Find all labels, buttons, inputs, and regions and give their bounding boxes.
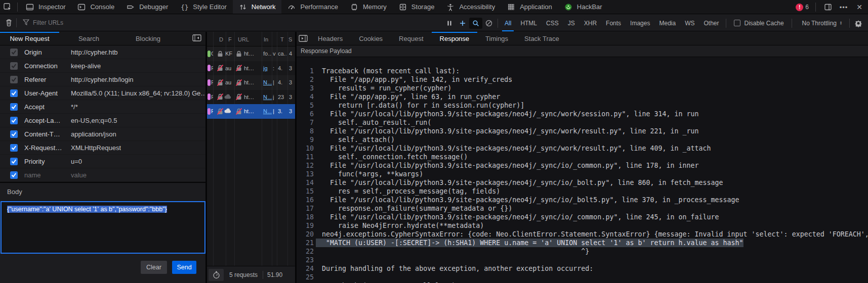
header-value[interactable]: keep-alive [71,62,101,70]
type-filter-html[interactable]: HTML [516,15,542,31]
details-tab-response[interactable]: Response [432,32,478,45]
header-name[interactable]: X-Request… [24,144,71,152]
element-picker-button[interactable] [0,0,15,14]
split-console-button[interactable] [822,2,834,13]
devtools-tab-console[interactable]: Console [71,0,120,14]
line-text: "MATCH (u:USER) -[:SECRET]-> (h:SHA1) WH… [316,239,743,247]
request-row[interactable]: POSTht…N…j233 [207,90,296,105]
type-filter-xhr[interactable]: XHR [580,15,601,31]
request-editor-tab-blocking[interactable]: Blocking [118,32,178,45]
collapse-panel-button[interactable] [192,34,201,43]
type-filter-all[interactable]: All [500,15,516,31]
line-text: results = run_cypher(cypher) [322,84,451,92]
details-tab-request[interactable]: Request [391,32,431,45]
header-checkbox[interactable] [10,76,18,83]
header-value[interactable]: http://cypher.htb/login [71,76,134,83]
header-checkbox[interactable] [10,130,18,138]
search-button[interactable] [469,18,482,29]
column-header-t[interactable]: T [280,32,284,46]
error-count-badge[interactable]: ! 6 [796,4,809,11]
header-checkbox[interactable] [10,158,18,165]
header-checkbox[interactable] [10,103,18,111]
column-header-in[interactable]: In [264,32,268,46]
column-header-d[interactable]: D [219,32,223,46]
header-value[interactable]: u=0 [71,158,82,165]
send-button[interactable]: Send [172,261,196,274]
header-checkbox[interactable] [10,62,18,70]
devtools-tab-performance[interactable]: Performance [281,0,344,14]
header-checkbox[interactable] [10,49,18,56]
type-cell: : [273,61,276,76]
header-value[interactable]: */* [71,103,78,111]
header-name[interactable]: Connection [24,62,71,70]
devtools-tab-hackbar[interactable]: HackBar [558,0,608,14]
response-line-5: 5 return [r.data() for r in session.run(… [297,101,868,110]
response-payload-header[interactable]: Response Payload [297,45,868,57]
header-name[interactable]: Priority [24,158,71,165]
request-editor-tab-new-request[interactable]: New Request [0,32,59,45]
request-row[interactable]: POSTauht…N…|4.3 [207,75,296,90]
header-value[interactable]: value [71,171,87,179]
request-editor-tabs: New RequestSearchBlocking [0,32,205,45]
type-filter-fonts[interactable]: Fonts [601,15,626,31]
request-editor-tab-search[interactable]: Search [59,32,118,45]
header-name[interactable]: Origin [24,49,71,56]
type-filter-media[interactable]: Media [654,15,680,31]
header-checkbox[interactable] [10,89,18,97]
column-header-s[interactable]: S [288,32,292,46]
performance-analysis-button[interactable] [209,269,224,281]
column-header-f[interactable]: F [228,32,232,46]
throttling-select[interactable]: No Throttling ▲▼ [794,20,847,27]
close-devtools-button[interactable]: ✕ [854,2,865,13]
details-tab-stack-trace[interactable]: Stack Trace [516,32,567,45]
header-value[interactable]: en-US,en;q=0.5 [71,117,117,124]
clear-button[interactable]: Clear [141,261,167,274]
request-row[interactable]: POSTauht…jq:4.3 [207,61,296,76]
network-settings-gear-button[interactable] [852,18,865,29]
request-row[interactable]: GETKFht…fo…vca…4 [207,46,296,61]
devtools-tab-application[interactable]: Application [501,0,558,14]
header-value[interactable]: Mozilla/5.0 (X11; Linux x86_64; rv:128.0… [71,89,205,97]
type-filter-images[interactable]: Images [626,15,654,31]
header-name[interactable]: name [24,171,71,179]
details-tab-headers[interactable]: Headers [310,32,351,45]
header-name[interactable]: User-Agent [24,89,71,97]
pause-traffic-button[interactable] [443,18,456,29]
type-filter-ws[interactable]: WS [680,15,699,31]
devtools-tab-debugger[interactable]: Debugger [120,0,174,14]
header-value[interactable]: http://cypher.htb [71,49,118,56]
details-tab-timings[interactable]: Timings [477,32,516,45]
header-value[interactable]: application/json [71,130,116,138]
column-header-url[interactable]: URL [238,32,249,46]
header-checkbox[interactable] [10,117,18,124]
details-tab-cookies[interactable]: Cookies [351,32,391,45]
header-name[interactable]: Content-T… [24,130,71,138]
header-name[interactable]: Referer [24,76,71,83]
request-body-textarea[interactable]: {"username":"a' UNION select '1' as b","… [1,201,205,254]
devtools-tab-inspector[interactable]: Inspector [20,0,71,14]
disable-cache-checkbox[interactable]: Disable Cache [728,20,790,27]
header-checkbox[interactable] [10,144,18,152]
devtools-tab-style-editor[interactable]: {}Style Editor [174,0,232,14]
type-filter-other[interactable]: Other [699,15,724,31]
header-checkbox[interactable] [10,171,18,179]
block-requests-button[interactable] [482,18,495,29]
response-payload-code[interactable]: 1Traceback (most recent call last):2 Fil… [297,57,868,283]
line-number: 16 [297,196,314,204]
new-request-button[interactable] [456,18,469,29]
devtools-tab-memory[interactable]: Memory [344,0,393,14]
response-line-8: 8 File "/usr/local/lib/python3.9/site-pa… [297,127,868,135]
header-name[interactable]: Accept-La… [24,117,71,124]
devtools-tab-accessibility[interactable]: Accessibility [440,0,501,14]
filter-urls-input[interactable]: Filter URLs [23,19,63,27]
header-name[interactable]: Accept [24,103,71,111]
header-value[interactable]: XMLHttpRequest [71,144,121,152]
devtools-menu-button[interactable]: ••• [838,2,849,13]
clear-requests-button[interactable] [3,17,14,28]
expand-panel-button[interactable] [297,32,310,45]
type-filter-css[interactable]: CSS [542,15,563,31]
devtools-tab-network[interactable]: Network [233,0,282,14]
request-row[interactable]: POSTht…N…|3.3 [207,104,296,119]
devtools-tab-storage[interactable]: Storage [393,0,441,14]
type-filter-js[interactable]: JS [563,15,580,31]
